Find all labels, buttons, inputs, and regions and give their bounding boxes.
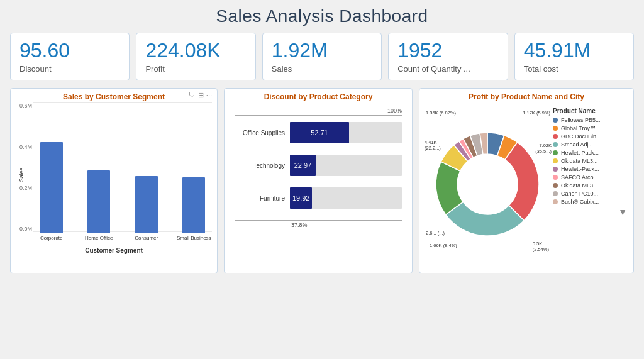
kpi-label-4: Total cost (524, 64, 558, 74)
legend-item-8: Okidata ML3... (553, 182, 631, 189)
legend-area: Product Name Fellowes PB5...Global Troy™… (550, 105, 631, 263)
legend-item-3: Smead Adju... (553, 141, 631, 148)
legend-dot-10 (553, 199, 558, 204)
bar-2[interactable] (135, 176, 158, 233)
bar-xlabel-0: Corporate (40, 235, 63, 241)
legend-text-4: Hewlett Pack... (561, 150, 599, 156)
hbar-fill-0[interactable]: 52.71 (290, 122, 349, 143)
hbar-track-2: 19.92 (290, 187, 402, 209)
legend-item-7: SAFCO Arco ... (553, 174, 631, 180)
bar-xlabel-2: Consumer (135, 235, 158, 241)
legend-text-10: Bush® Cubix... (561, 199, 599, 205)
kpi-value-3: 1952 (397, 40, 442, 62)
legend-dot-5 (553, 158, 558, 163)
bar-chart-toolbar: ⛉ ⊞ ··· (189, 91, 212, 99)
hbar-label-1: Technology (235, 162, 290, 169)
kpi-label-0: Discount (19, 64, 52, 74)
kpi-value-1: 224.08K (145, 40, 220, 62)
hbar-row-0: Office Supplies52.71 (235, 122, 402, 143)
legend-dot-6 (553, 167, 558, 172)
hbar-chart-title: Discount by Product Category (225, 89, 412, 102)
kpi-label-2: Sales (272, 64, 292, 74)
hbar-track-0: 52.71 (290, 122, 402, 143)
kpi-card-4: 45.91M Total cost (514, 33, 634, 80)
hbar-value-1: 22.97 (294, 162, 312, 169)
bar-3[interactable] (182, 177, 205, 233)
donut-chart-panel: Profit by Product Name and City 1.35K (6… (419, 88, 634, 273)
hbar-value-2: 19.92 (292, 194, 310, 202)
more-icon[interactable]: ··· (206, 91, 212, 99)
legend-text-8: Okidata ML3... (561, 182, 598, 189)
kpi-value-2: 1.92M (272, 40, 328, 62)
kpi-label-3: Count of Quantity ... (397, 64, 470, 74)
filter-icon[interactable]: ⛉ (189, 91, 196, 99)
bar-xaxis-title: Customer Segment (11, 247, 217, 257)
legend-item-0: Fellowes PB5... (553, 117, 631, 123)
kpi-card-2: 1.92M Sales (262, 33, 382, 80)
legend-dot-9 (553, 191, 558, 196)
legend-dot-8 (553, 183, 558, 188)
hbar-value-0: 52.71 (311, 129, 328, 136)
bar-group-1: Home Office (81, 170, 118, 241)
donut-chart-inner: 1.35K (6.82%) 1.17K (5.9%) 7.02K(35.5...… (419, 102, 633, 266)
legend-dot-3 (553, 142, 558, 147)
bar-group-0: Corporate (33, 142, 70, 241)
legend-title: Product Name (553, 108, 631, 114)
bar-xlabel-3: Small Business (177, 235, 211, 241)
donut-label-right: 7.02K(35.5...) (535, 143, 552, 154)
hbar-max-label: 100% (387, 108, 402, 114)
hbar-chart-area: 100% Office Supplies52.71Technology22.97… (225, 102, 412, 231)
kpi-value-0: 95.60 (19, 40, 70, 62)
hbar-track-1: 22.97 (290, 155, 402, 176)
legend-item-5: Okidata ML3... (553, 158, 631, 164)
legend-item-10: Bush® Cubix... (553, 199, 631, 205)
bar-0[interactable] (40, 142, 63, 233)
dashboard-title: Sales Analysis Dashboard (10, 6, 634, 26)
legend-dot-7 (553, 175, 558, 180)
bar-chart-panel: ⛉ ⊞ ··· Sales by Customer Segment Sales … (10, 88, 218, 273)
kpi-label-1: Profit (145, 64, 164, 74)
hbar-label-2: Furniture (235, 195, 290, 202)
donut-label-bottomleft: 1.66K (8.4%) (430, 243, 457, 248)
charts-row: ⛉ ⊞ ··· Sales by Customer Segment Sales … (10, 88, 634, 273)
donut-label-topleft: 1.35K (6.82%) (426, 110, 456, 116)
legend-text-7: SAFCO Arco ... (561, 174, 600, 180)
legend-item-6: Hewlett-Pack... (553, 166, 631, 172)
donut-label-leftbottom: 2.6... (...) (426, 230, 445, 236)
legend-item-9: Canon PC10... (553, 191, 631, 197)
hbar-fill-2[interactable]: 19.92 (290, 187, 312, 209)
bar-chart-title: Sales by Customer Segment (11, 89, 217, 102)
hbar-row-2: Furniture19.92 (235, 187, 402, 209)
hbar-min-label: 37.8% (235, 222, 402, 228)
legend-dot-2 (553, 134, 558, 139)
donut-label-topright: 1.17K (5.9%) (523, 110, 550, 116)
bar-1[interactable] (87, 170, 110, 233)
legend-dot-4 (553, 150, 558, 155)
legend-text-6: Hewlett-Pack... (561, 166, 599, 172)
kpi-card-0: 95.60 Discount (10, 33, 130, 80)
scroll-down-icon[interactable]: ▼ (553, 207, 631, 217)
legend-item-1: Global Troy™... (553, 125, 631, 131)
donut-svg (425, 121, 550, 247)
legend-dot-0 (553, 118, 558, 123)
kpi-card-1: 224.08K Profit (136, 33, 255, 80)
hbar-label-0: Office Supplies (235, 130, 290, 136)
hbar-chart-panel: Discount by Product Category 100% Office… (224, 88, 413, 273)
table-icon[interactable]: ⊞ (198, 91, 204, 99)
kpi-row: 95.60 Discount 224.08K Profit 1.92M Sale… (10, 33, 634, 80)
legend-text-3: Smead Adju... (561, 141, 596, 148)
legend-item-2: GBC DocuBin... (553, 133, 631, 140)
hbar-fill-1[interactable]: 22.97 (290, 155, 316, 176)
donut-chart-title: Profit by Product Name and City (419, 89, 633, 102)
legend-text-0: Fellowes PB5... (561, 117, 601, 123)
legend-text-9: Canon PC10... (561, 191, 598, 197)
hbar-row-1: Technology22.97 (235, 155, 402, 176)
bar-group-3: Small Business (176, 177, 213, 241)
kpi-value-4: 45.91M (524, 40, 591, 62)
hbar-rows: Office Supplies52.71Technology22.97Furni… (235, 122, 402, 209)
legend-items: Fellowes PB5...Global Troy™...GBC DocuBi… (553, 117, 631, 205)
legend-text-5: Okidata ML3... (561, 158, 598, 164)
kpi-card-3: 1952 Count of Quantity ... (388, 33, 508, 80)
donut-label-bottomright: 0.5K(2.54%) (533, 241, 549, 252)
legend-item-4: Hewlett Pack... (553, 150, 631, 156)
